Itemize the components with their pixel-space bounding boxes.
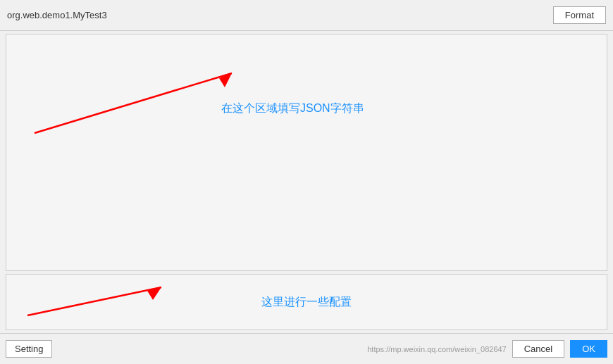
- json-textarea[interactable]: [6, 34, 607, 270]
- json-input-section: 在这个区域填写JSON字符串: [6, 34, 607, 271]
- header: org.web.demo1.MyTest3 Format: [0, 0, 613, 31]
- main-content: 在这个区域填写JSON字符串 这里进行一些配置: [0, 31, 613, 333]
- format-button[interactable]: Format: [553, 6, 606, 24]
- footer: Setting https://mp.weixin.qq.com/weixin_…: [0, 333, 613, 364]
- window-title: org.web.demo1.MyTest3: [7, 10, 107, 20]
- footer-url: https://mp.weixin.qq.com/weixin_082647: [367, 345, 507, 353]
- setting-button[interactable]: Setting: [6, 340, 52, 358]
- footer-right: https://mp.weixin.qq.com/weixin_082647 C…: [367, 340, 607, 358]
- cancel-button[interactable]: Cancel: [512, 340, 564, 358]
- settings-annotation-text: 这里进行一些配置: [261, 295, 352, 310]
- settings-section: 这里进行一些配置: [6, 274, 607, 330]
- arrow-2-svg: [20, 280, 175, 322]
- ok-button[interactable]: OK: [570, 340, 607, 358]
- svg-line-2: [27, 287, 161, 315]
